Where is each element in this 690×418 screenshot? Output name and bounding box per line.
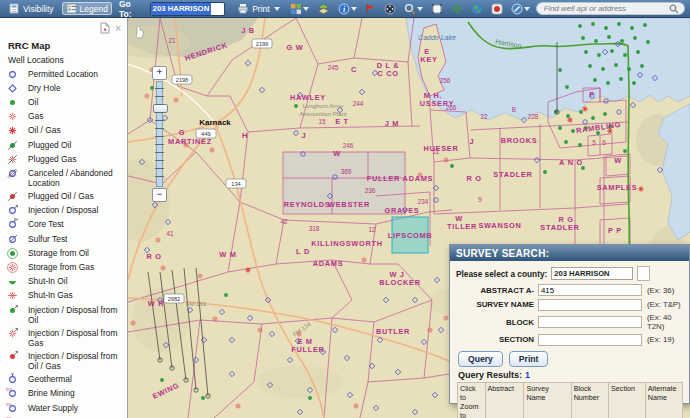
measure-button[interactable] [509, 2, 532, 16]
well-search-input[interactable] [542, 3, 669, 14]
col-survey-name: Survey Name [524, 382, 571, 418]
print-results-button[interactable]: Print [509, 351, 549, 367]
zoom-tick [155, 104, 164, 105]
globe-button[interactable] [469, 2, 485, 16]
well-oil [201, 396, 205, 400]
zoom-slider[interactable]: + − [152, 66, 166, 202]
section-label: SECTION [456, 335, 538, 344]
legend-item-label: Shut-In Gas [28, 289, 73, 301]
well-oil [588, 64, 592, 68]
well-oil [160, 378, 164, 382]
close-icon[interactable]: × [115, 23, 121, 34]
county-dropdown[interactable] [637, 266, 650, 281]
well-oilgas [567, 117, 573, 123]
visibility-button[interactable]: Visibility [5, 2, 58, 15]
legend-symbol-brine: bm [6, 387, 19, 400]
goto-input[interactable]: 203 HARRISON [150, 2, 226, 16]
legend-item-label: Storage from Oil [28, 247, 89, 259]
legend-item: Injection / Disposal from Gas [0, 326, 127, 349]
zoom-tick [155, 160, 164, 161]
abstract-input[interactable] [538, 284, 642, 296]
record-button[interactable] [489, 2, 505, 16]
well-search-box[interactable] [536, 2, 685, 15]
legend-item-label: Core Test [28, 218, 64, 230]
legend-item-label: Permitted Location [28, 68, 98, 80]
flag-button[interactable] [363, 2, 378, 16]
legend-item-label: Injection / Disposal [28, 204, 98, 216]
well-oil [632, 81, 636, 85]
map-label: J [302, 131, 307, 140]
full-extent-button[interactable] [429, 2, 445, 16]
legend-symbol-inj-oilgas [6, 350, 19, 363]
abstract-label: ABSTRACT A- [456, 286, 538, 295]
zoom-tick [155, 144, 164, 145]
road-shield: 2198 [172, 75, 192, 84]
well-oil [646, 40, 650, 44]
map-label: H [242, 131, 248, 140]
map-label: Karnack [199, 118, 231, 127]
svg-text:bm: bm [6, 387, 12, 392]
svg-text:134: 134 [231, 181, 240, 187]
basemap-button[interactable] [288, 2, 311, 16]
print-button[interactable]: Print [233, 2, 283, 15]
zoom-slider-track[interactable] [156, 81, 163, 187]
legend-item-label: Oil / Gas [28, 124, 61, 136]
measure-icon [511, 3, 523, 15]
print-label: Print [252, 4, 269, 14]
county-value: 203 HARRISON [554, 269, 609, 278]
map-label: 5 [592, 139, 596, 146]
legend-item: Gas [0, 110, 127, 124]
survey-search-header[interactable]: SURVEY SEARCH: [450, 245, 689, 261]
legend-item-label: Injection / Disposal from Oil / Gas [28, 350, 125, 372]
map-label: 234 [418, 198, 429, 205]
legend-symbol-shutin-gas [6, 289, 19, 302]
well-oil [640, 64, 644, 68]
map-label: C CO [377, 69, 398, 78]
layers-button[interactable] [315, 2, 332, 16]
legend-item-label: Geothermal [28, 373, 72, 385]
pdf-export-icon[interactable]: A [100, 22, 110, 34]
layers-icon [317, 3, 330, 15]
zoom-in-button[interactable]: + [152, 66, 167, 80]
legend-symbol-injection [6, 204, 19, 217]
block-label: BLOCK [456, 318, 538, 327]
legend-item-label: Shut-In Oil [28, 275, 68, 287]
zoom-tick [155, 120, 164, 121]
section-input[interactable] [538, 334, 642, 346]
pan-button[interactable] [382, 2, 398, 16]
well-oil [564, 140, 568, 144]
legend-symbol-inj-oil [6, 304, 19, 317]
abstract-hint: (Ex: 36) [642, 286, 674, 295]
legend-button[interactable]: Legend [62, 2, 112, 15]
block-input[interactable] [538, 316, 642, 328]
map-label: 15 [318, 118, 326, 125]
legend-item: Injection / Disposal from Oil / Gas [0, 349, 127, 372]
legend-item-label: Gas [28, 110, 43, 122]
col-zoom: Click to Zoom to [458, 382, 486, 418]
county-input[interactable]: 203 HARRISON [551, 267, 633, 280]
legend-item: Storage from Oil [0, 246, 127, 260]
map-label: G W [287, 43, 304, 52]
legend-item-label: Oil [28, 96, 38, 108]
legend-item: Core Test [0, 218, 127, 232]
zoom-out-button[interactable]: − [152, 188, 167, 202]
svg-text:ws: ws [6, 402, 12, 407]
map-label: 369 [341, 168, 352, 175]
zoom-tool-button[interactable] [402, 2, 425, 16]
legend-symbol-storage-oil [6, 247, 19, 260]
globe-icon [471, 3, 483, 15]
svg-text:2199: 2199 [256, 41, 268, 47]
map-label: KEY [420, 55, 437, 64]
well-oil [578, 24, 582, 28]
query-button[interactable]: Query [458, 351, 503, 367]
map-label: 245 [328, 64, 339, 71]
zoom-tick [155, 152, 164, 153]
survey-name-input[interactable] [538, 299, 642, 311]
identify-button[interactable]: i [336, 2, 359, 16]
legend-symbol-water: ws [6, 402, 19, 415]
map-label: STADLER [493, 170, 532, 179]
locate-button[interactable] [449, 2, 465, 16]
legend-symbol-storage-gas [6, 261, 19, 274]
legend-item: wsWater Supply [0, 401, 127, 415]
well-oil [593, 78, 597, 82]
